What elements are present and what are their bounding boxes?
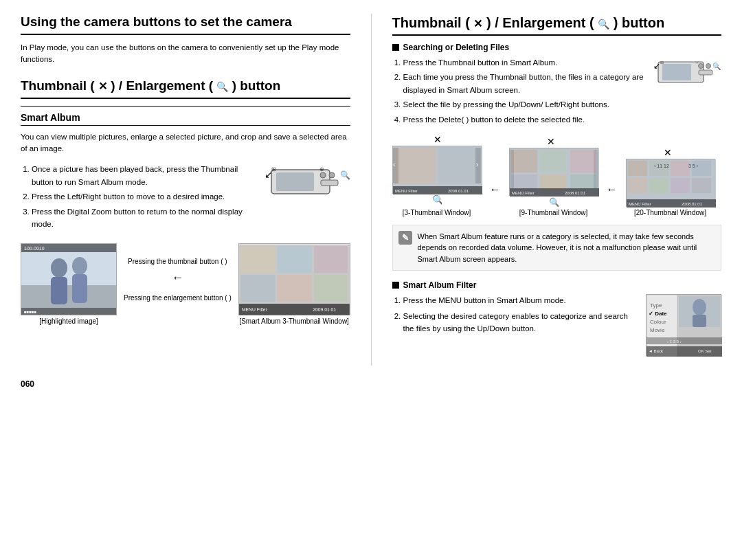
smart-album-window-label: [Smart Album 3-Thumbnail Window] bbox=[238, 317, 350, 325]
left-step-3: Press the Digital Zoom button to return … bbox=[32, 205, 253, 231]
thumb-20-rect: ‹ 11 12 3 5 › MENU Filter 2008.01.01 bbox=[626, 159, 715, 207]
thumbnail-windows-row: ✕ MENU Filter 2008.01.01 bbox=[392, 135, 722, 216]
filter-bullet bbox=[392, 282, 399, 289]
svg-rect-4 bbox=[321, 180, 338, 186]
svg-rect-13 bbox=[51, 277, 67, 304]
searching-section: Searching or Deleting Files Press the Th… bbox=[392, 43, 722, 356]
svg-text:100-0010: 100-0010 bbox=[24, 246, 45, 251]
smart-album-subtitle: Smart Album bbox=[21, 112, 350, 126]
note-box: ✎ When Smart Album feature runs or a cat… bbox=[392, 225, 722, 271]
thumb-20-window: ✕ bbox=[626, 148, 715, 216]
note-text: When Smart Album feature runs or a categ… bbox=[418, 231, 716, 265]
svg-text:✕: ✕ bbox=[547, 137, 555, 146]
camera-diagram: ↙ 🔍 ⊞ ⊕ bbox=[261, 163, 350, 201]
svg-rect-22 bbox=[277, 247, 312, 273]
svg-rect-72 bbox=[649, 178, 668, 193]
right-step-1: Press the Thumbnail button in Smart Albu… bbox=[403, 56, 647, 69]
note-icon: ✎ bbox=[398, 231, 412, 245]
smart-album-desc: You can view multiple pictures, enlarge … bbox=[21, 131, 350, 155]
page-number: 060 bbox=[21, 379, 721, 389]
svg-text:🔍: 🔍 bbox=[340, 170, 350, 180]
svg-text:⊕: ⊕ bbox=[319, 166, 324, 172]
thumb-9-window: ✕ bbox=[509, 137, 598, 216]
right-steps: Press the Thumbnail button in Smart Albu… bbox=[392, 56, 647, 128]
svg-text:Colour: Colour bbox=[650, 319, 666, 325]
svg-rect-56 bbox=[511, 175, 537, 190]
svg-rect-26 bbox=[314, 276, 348, 302]
left-section-title: Thumbnail ( ✕ ) / Enlargement ( 🔍 ) butt… bbox=[21, 78, 350, 99]
svg-rect-34 bbox=[699, 70, 712, 75]
filter-header: Smart Album Filter bbox=[392, 280, 722, 290]
smart-album-window: MENU Filter 2009.01.01 bbox=[238, 243, 350, 315]
svg-point-12 bbox=[51, 258, 67, 278]
filter-content: Press the MENU button in Smart Album mod… bbox=[392, 294, 722, 356]
svg-rect-24 bbox=[240, 276, 276, 302]
svg-text:2008.01.01: 2008.01.01 bbox=[682, 202, 703, 206]
highlighted-image-box: 100-0010 ■■■■■ [Highlighted image] bbox=[21, 243, 117, 325]
filter-section: Smart Album Filter Press the MENU button… bbox=[392, 280, 722, 356]
svg-rect-1 bbox=[276, 172, 314, 191]
svg-text:2008.01.01: 2008.01.01 bbox=[448, 189, 469, 193]
square-bullet bbox=[392, 44, 399, 51]
svg-text:🔍: 🔍 bbox=[712, 62, 721, 71]
svg-point-33 bbox=[706, 64, 711, 69]
svg-rect-69 bbox=[671, 161, 690, 176]
right-step-4: Press the Delete( ) button to delete the… bbox=[403, 113, 647, 126]
svg-text:‹  1   3   5  ›: ‹ 1 3 5 › bbox=[667, 339, 682, 344]
image-section: 100-0010 ■■■■■ [Highlighted image] Press… bbox=[21, 243, 350, 325]
svg-text:✓ Date: ✓ Date bbox=[649, 311, 667, 317]
svg-text:MENU Filter: MENU Filter bbox=[512, 191, 535, 195]
svg-text:MENU Filter: MENU Filter bbox=[242, 307, 268, 312]
svg-text:◄ Back: ◄ Back bbox=[649, 349, 664, 353]
svg-text:🔍: 🔍 bbox=[549, 197, 559, 207]
svg-text:‹ 11  12: ‹ 11 12 bbox=[654, 164, 669, 168]
svg-text:Movie: Movie bbox=[650, 327, 665, 333]
left-steps: Once a picture has been played back, pre… bbox=[21, 163, 253, 232]
thumb-9-rect: MENU Filter 2008.01.01 bbox=[509, 148, 598, 196]
svg-rect-31 bbox=[662, 64, 691, 80]
left-column: Using the camera buttons to set the came… bbox=[21, 14, 350, 366]
svg-rect-67 bbox=[628, 161, 647, 176]
svg-text:‹: ‹ bbox=[393, 161, 395, 168]
svg-point-32 bbox=[699, 64, 704, 69]
thumb-20-label: [20-Thumbnail Window] bbox=[634, 209, 706, 216]
svg-text:MENU Filter: MENU Filter bbox=[395, 189, 418, 193]
svg-rect-63 bbox=[594, 150, 598, 188]
middle-labels: Pressing the thumbnail button ( ) ← Pres… bbox=[124, 243, 232, 303]
pressing-thumb-label: Pressing the thumbnail button ( ) bbox=[128, 258, 227, 265]
svg-point-14 bbox=[72, 257, 87, 275]
svg-rect-88 bbox=[693, 315, 706, 327]
thumb-3-rect: MENU Filter 2008.01.01 ‹ › bbox=[392, 146, 482, 194]
svg-text:⊞: ⊞ bbox=[271, 166, 276, 172]
arrow-right-2: ← bbox=[604, 183, 620, 216]
right-column: Thumbnail ( ✕ ) / Enlargement ( 🔍 ) butt… bbox=[371, 14, 722, 366]
svg-point-2 bbox=[320, 172, 326, 178]
svg-rect-71 bbox=[628, 178, 647, 193]
svg-rect-21 bbox=[240, 247, 276, 273]
svg-rect-53 bbox=[511, 150, 537, 172]
smart-album-window-box: MENU Filter 2009.01.01 [Smart Album 3-Th… bbox=[238, 243, 350, 325]
main-title: Using the camera buttons to set the came… bbox=[21, 14, 350, 35]
svg-text:Type: Type bbox=[650, 302, 662, 309]
svg-text:2008.01.01: 2008.01.01 bbox=[565, 191, 586, 195]
svg-text:OK Set: OK Set bbox=[698, 349, 712, 353]
svg-rect-62 bbox=[510, 150, 514, 188]
svg-rect-15 bbox=[72, 274, 87, 303]
svg-rect-42 bbox=[438, 148, 480, 183]
camera-button-svg: ↙ 🔍 ⊞ ⊕ bbox=[261, 163, 350, 201]
svg-rect-58 bbox=[570, 175, 596, 190]
searching-header: Searching or Deleting Files bbox=[392, 43, 722, 52]
svg-rect-54 bbox=[540, 150, 566, 172]
svg-text:↙: ↙ bbox=[653, 61, 660, 71]
filter-step-1: Press the MENU button in Smart Album mod… bbox=[403, 294, 640, 306]
svg-rect-41 bbox=[394, 148, 436, 183]
svg-text:⊞: ⊞ bbox=[660, 60, 664, 65]
svg-rect-92 bbox=[647, 337, 722, 344]
filter-image: Type ✓ Date Colour Movie bbox=[646, 294, 721, 356]
thumb-9-label: [9-Thumbnail Window] bbox=[519, 209, 587, 216]
right-step-3: Select the file by pressing the Up/Down/… bbox=[403, 98, 647, 111]
svg-text:■■■■■: ■■■■■ bbox=[24, 310, 36, 314]
thumb-3-label: [3-Thumbnail Window] bbox=[403, 209, 471, 216]
svg-rect-25 bbox=[277, 276, 312, 302]
highlighted-image-label: [Highlighted image] bbox=[21, 317, 117, 325]
